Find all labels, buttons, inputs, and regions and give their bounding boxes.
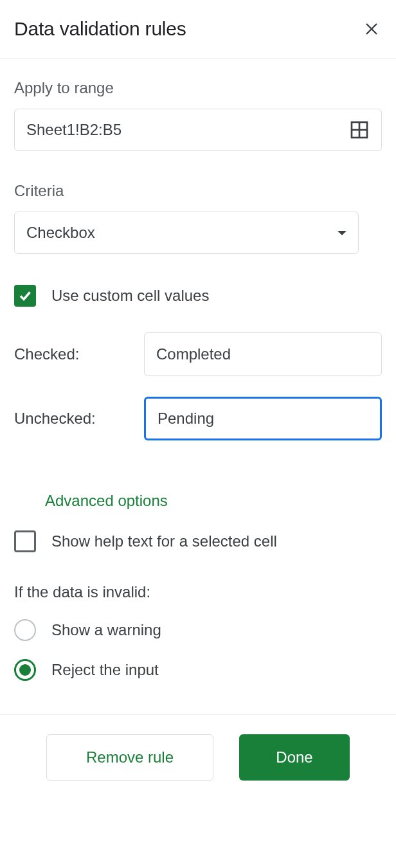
chevron-down-icon [338, 231, 346, 235]
show-warning-radio-row[interactable]: Show a warning [14, 619, 382, 641]
reject-input-radio[interactable] [14, 659, 36, 681]
range-input-container [14, 109, 382, 151]
criteria-dropdown[interactable]: Checkbox [14, 212, 359, 254]
help-text-checkbox[interactable] [14, 530, 36, 552]
criteria-label: Criteria [14, 182, 382, 200]
panel-content: Apply to range Criteria Checkbox Us [0, 59, 396, 714]
check-icon [17, 288, 33, 303]
close-button[interactable] [361, 19, 382, 39]
invalid-data-section: If the data is invalid: Show a warning R… [14, 583, 382, 681]
reject-input-label: Reject the input [51, 661, 159, 679]
help-text-checkbox-row[interactable]: Show help text for a selected cell [14, 530, 382, 552]
grid-icon [349, 120, 370, 140]
invalid-data-title: If the data is invalid: [14, 583, 382, 601]
checked-value-input[interactable] [144, 332, 382, 376]
close-icon [364, 21, 379, 37]
show-warning-label: Show a warning [51, 621, 161, 639]
unchecked-label: Unchecked: [14, 410, 144, 428]
help-text-label: Show help text for a selected cell [51, 532, 277, 550]
custom-values-checkbox-row[interactable]: Use custom cell values [14, 285, 382, 307]
unchecked-value-input[interactable] [144, 397, 382, 440]
range-label: Apply to range [14, 79, 382, 97]
range-input[interactable] [26, 121, 348, 139]
custom-values-checkbox[interactable] [14, 285, 36, 307]
done-button[interactable]: Done [239, 734, 350, 781]
criteria-selected-text: Checkbox [26, 224, 95, 242]
unchecked-value-row: Unchecked: [14, 397, 382, 440]
data-validation-panel: Data validation rules Apply to range Cri… [0, 0, 396, 800]
checked-label: Checked: [14, 345, 144, 363]
reject-input-radio-row[interactable]: Reject the input [14, 659, 382, 681]
advanced-options-toggle[interactable]: Advanced options [45, 492, 168, 510]
show-warning-radio[interactable] [14, 619, 36, 641]
panel-footer: Remove rule Done [0, 714, 396, 800]
panel-header: Data validation rules [0, 0, 396, 59]
panel-title: Data validation rules [14, 18, 186, 40]
custom-values-label: Use custom cell values [51, 287, 209, 305]
remove-rule-button[interactable]: Remove rule [46, 734, 213, 781]
select-range-button[interactable] [348, 118, 371, 141]
checked-value-row: Checked: [14, 332, 382, 376]
